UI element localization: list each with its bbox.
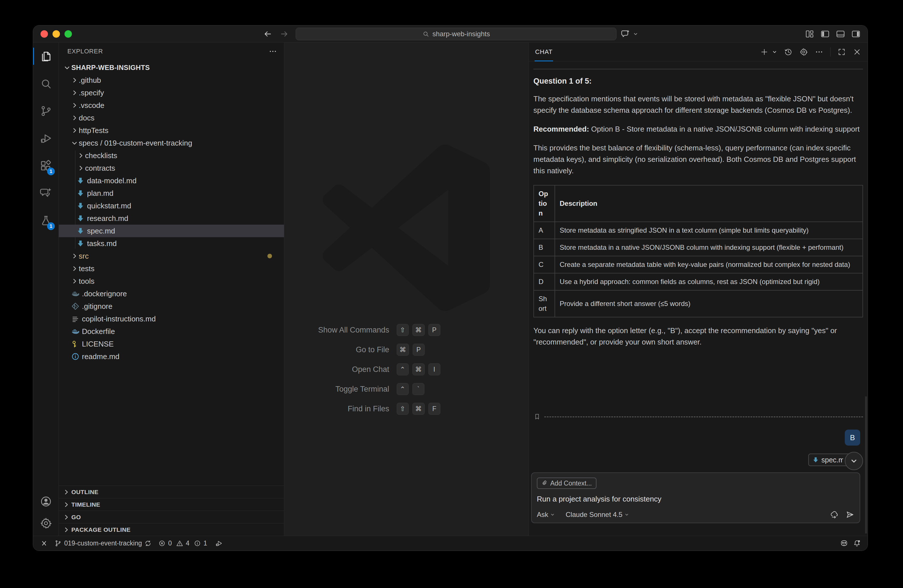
- tree-item-label: .github: [79, 76, 101, 85]
- zoom-button[interactable]: [64, 30, 72, 38]
- model-dropdown[interactable]: Claude Sonnet 4.5: [566, 511, 629, 519]
- tree-item-github[interactable]: .github: [59, 74, 284, 86]
- tree-item-readme-md[interactable]: readme.md: [59, 350, 284, 363]
- tree-item-plan-md[interactable]: plan.md: [59, 187, 284, 200]
- activity-item-explorer[interactable]: [33, 42, 58, 70]
- markdown-icon: [77, 214, 85, 222]
- forward-icon[interactable]: [280, 30, 289, 39]
- tree-item-dockerignore[interactable]: .dockerignore: [59, 288, 284, 300]
- explorer-sidebar: EXPLORER SHARP-WEB-INSIGHTS.github.speci…: [59, 42, 284, 536]
- tree-item-src[interactable]: src: [59, 250, 284, 262]
- chat-input-box[interactable]: Add Context... Run a project analysis fo…: [531, 472, 860, 523]
- minimize-button[interactable]: [52, 30, 60, 38]
- tree-item-tests[interactable]: tests: [59, 262, 284, 275]
- activity-item-testing[interactable]: 1: [33, 207, 58, 234]
- tree-item-tasks-md[interactable]: tasks.md: [59, 237, 284, 250]
- activity-item-chat[interactable]: [33, 179, 58, 207]
- account-icon[interactable]: [40, 495, 52, 508]
- editor-area: Show All Commands⇧⌘PGo to File⌘POpen Cha…: [284, 42, 529, 536]
- run-debug-icon: [39, 132, 52, 145]
- option-letter: C: [534, 256, 555, 273]
- send-icon[interactable]: [845, 510, 854, 519]
- tree-item-specs-019-custom-event-tracking[interactable]: specs / 019-custom-event-tracking: [59, 137, 284, 149]
- tree-item-httptests[interactable]: httpTests: [59, 124, 284, 137]
- option-description: Use a hybrid approach: common fields as …: [555, 273, 863, 290]
- chevron-down-icon: [633, 31, 638, 36]
- tree-item-tools[interactable]: tools: [59, 275, 284, 288]
- chat-scrollbar[interactable]: [865, 396, 867, 533]
- chevron-down-icon[interactable]: [772, 49, 777, 55]
- file-tree: SHARP-WEB-INSIGHTS.github.specify.vscode…: [59, 61, 284, 363]
- indent-guide: [75, 151, 76, 248]
- chevron-right-icon: [70, 90, 79, 96]
- toggle-secondary-sidebar-icon[interactable]: [851, 29, 861, 39]
- option-row-b: BStore metadata in a native JSON/JSONB c…: [534, 239, 863, 256]
- shortcut-label: Find in Files: [284, 404, 397, 413]
- tree-item-docs[interactable]: docs: [59, 112, 284, 124]
- activity-item-extensions[interactable]: 1: [33, 152, 58, 179]
- tree-item-license[interactable]: LICENSE: [59, 338, 284, 350]
- tree-item-copilot-instructions-md[interactable]: copilot-instructions.md: [59, 313, 284, 325]
- more-icon[interactable]: [815, 48, 823, 56]
- tab-chat[interactable]: CHAT: [535, 42, 552, 61]
- problems-status[interactable]: 0 4 1: [155, 536, 212, 550]
- expand-icon[interactable]: [837, 48, 846, 56]
- tree-item-spec-md[interactable]: spec.md: [59, 225, 284, 237]
- tree-item-quickstart-md[interactable]: quickstart.md: [59, 200, 284, 212]
- sidebar-section-go[interactable]: GO: [59, 511, 284, 523]
- markdown-icon: [77, 239, 85, 247]
- notifications-bell-icon[interactable]: [853, 539, 861, 548]
- branch-status[interactable]: 019-custom-event-tracking: [51, 536, 155, 550]
- branch-name: 019-custom-event-tracking: [64, 539, 142, 547]
- source-control-icon: [39, 104, 52, 118]
- option-row-a: AStore metadata as stringified JSON in a…: [534, 222, 863, 239]
- toggle-panel-icon[interactable]: [835, 29, 845, 39]
- bookmark-icon[interactable]: [533, 412, 541, 421]
- chat-input-value[interactable]: Run a project analysis for consistency: [537, 495, 854, 503]
- question-heading: Question 1 of 5:: [533, 77, 863, 86]
- tree-item-research-md[interactable]: research.md: [59, 212, 284, 225]
- scroll-to-bottom-button[interactable]: [845, 452, 863, 470]
- tree-item-checklists[interactable]: checklists: [59, 149, 284, 162]
- docker-icon: [71, 290, 79, 298]
- tree-item-data-model-md[interactable]: data-model.md: [59, 175, 284, 187]
- tree-item-dockerfile[interactable]: Dockerfile: [59, 325, 284, 338]
- add-context-button[interactable]: Add Context...: [537, 478, 596, 489]
- close-button[interactable]: [41, 30, 48, 38]
- vscode-window: sharp-web-insights 11 EXPLORER S: [33, 25, 868, 551]
- command-center-search[interactable]: sharp-web-insights: [296, 28, 617, 40]
- copilot-menu[interactable]: [620, 29, 638, 39]
- new-chat-icon[interactable]: [760, 48, 769, 56]
- tree-item-gitignore[interactable]: .gitignore: [59, 300, 284, 313]
- option-letter: D: [534, 273, 555, 290]
- chat-message-list[interactable]: Question 1 of 5: The specification menti…: [529, 61, 868, 471]
- activity-item-run-debug[interactable]: [33, 125, 58, 152]
- reply-hint-paragraph: You can reply with the option letter (e.…: [533, 325, 863, 347]
- tree-item-label: tasks.md: [87, 239, 117, 248]
- voice-input-icon[interactable]: [829, 510, 838, 519]
- mode-dropdown[interactable]: Ask: [537, 511, 555, 519]
- history-icon[interactable]: [784, 48, 793, 56]
- remote-indicator[interactable]: [37, 536, 51, 550]
- debug-status[interactable]: [212, 536, 226, 550]
- tree-item-sharp-web-insights[interactable]: SHARP-WEB-INSIGHTS: [59, 61, 284, 74]
- close-icon[interactable]: [853, 48, 861, 56]
- back-icon[interactable]: [263, 30, 272, 39]
- activity-item-source-control[interactable]: [33, 97, 58, 125]
- tree-item-label: research.md: [87, 214, 128, 223]
- sidebar-section-package-outline[interactable]: PACKAGE OUTLINE: [59, 523, 284, 536]
- sidebar-section-outline[interactable]: OUTLINE: [59, 486, 284, 498]
- activity-item-search[interactable]: [33, 70, 58, 97]
- gear-icon[interactable]: [40, 517, 52, 530]
- copilot-status-icon[interactable]: [840, 539, 848, 548]
- keycap: P: [413, 344, 425, 356]
- tree-item-specify[interactable]: .specify: [59, 86, 284, 99]
- sidebar-title: EXPLORER: [68, 48, 103, 55]
- tree-item-contracts[interactable]: contracts: [59, 162, 284, 175]
- tree-item-vscode[interactable]: .vscode: [59, 99, 284, 112]
- views-more-icon[interactable]: [269, 47, 277, 56]
- gear-icon[interactable]: [799, 48, 808, 56]
- toggle-primary-sidebar-icon[interactable]: [820, 29, 830, 39]
- sidebar-section-timeline[interactable]: TIMELINE: [59, 498, 284, 511]
- customize-layout-icon[interactable]: [805, 29, 815, 39]
